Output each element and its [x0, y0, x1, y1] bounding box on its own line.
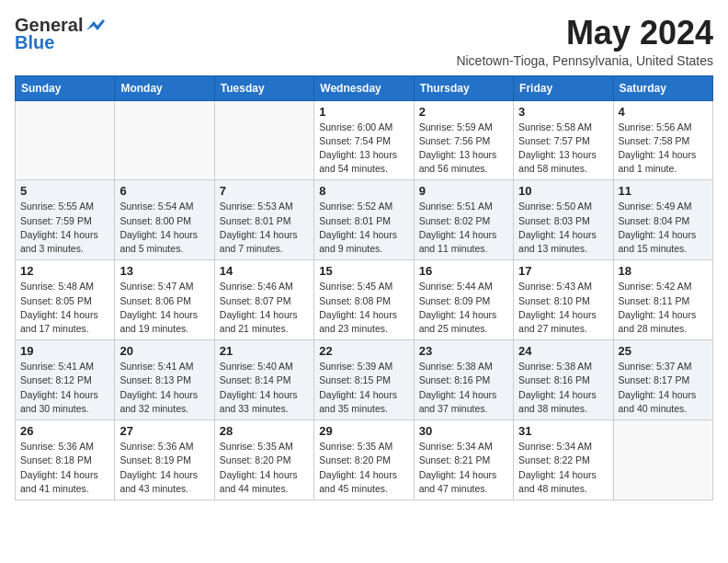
day-info: Sunrise: 5:36 AM Sunset: 8:19 PM Dayligh…: [119, 440, 209, 496]
day-info: Sunrise: 5:35 AM Sunset: 8:20 PM Dayligh…: [319, 440, 408, 496]
day-info: Sunrise: 5:55 AM Sunset: 7:59 PM Dayligh…: [20, 200, 109, 256]
day-number: 16: [419, 264, 508, 278]
calendar-week-row: 5Sunrise: 5:55 AM Sunset: 7:59 PM Daylig…: [16, 180, 713, 260]
header-friday: Friday: [514, 75, 613, 100]
table-row: 7Sunrise: 5:53 AM Sunset: 8:01 PM Daylig…: [214, 180, 313, 260]
day-info: Sunrise: 5:35 AM Sunset: 8:20 PM Dayligh…: [220, 440, 309, 496]
logo: General Blue: [15, 15, 105, 53]
header-sunday: Sunday: [16, 75, 115, 100]
day-number: 9: [419, 184, 508, 198]
day-info: Sunrise: 5:46 AM Sunset: 8:07 PM Dayligh…: [220, 280, 309, 336]
day-number: 4: [619, 105, 708, 119]
day-number: 13: [119, 264, 209, 278]
day-info: Sunrise: 5:38 AM Sunset: 8:16 PM Dayligh…: [419, 360, 508, 416]
day-info: Sunrise: 5:51 AM Sunset: 8:02 PM Dayligh…: [419, 200, 508, 256]
day-info: Sunrise: 5:40 AM Sunset: 8:14 PM Dayligh…: [220, 360, 309, 416]
calendar-week-row: 1Sunrise: 6:00 AM Sunset: 7:54 PM Daylig…: [16, 100, 713, 180]
table-row: [613, 420, 712, 500]
table-row: 19Sunrise: 5:41 AM Sunset: 8:12 PM Dayli…: [16, 340, 115, 420]
table-row: 10Sunrise: 5:50 AM Sunset: 8:03 PM Dayli…: [514, 180, 613, 260]
day-number: 15: [319, 264, 408, 278]
day-info: Sunrise: 5:37 AM Sunset: 8:17 PM Dayligh…: [619, 360, 708, 416]
table-row: [16, 100, 115, 180]
table-row: 21Sunrise: 5:40 AM Sunset: 8:14 PM Dayli…: [214, 340, 313, 420]
table-row: 20Sunrise: 5:41 AM Sunset: 8:13 PM Dayli…: [115, 340, 214, 420]
day-info: Sunrise: 5:47 AM Sunset: 8:06 PM Dayligh…: [119, 280, 209, 336]
day-number: 20: [119, 344, 209, 358]
table-row: 13Sunrise: 5:47 AM Sunset: 8:06 PM Dayli…: [115, 260, 214, 340]
title-area: May 2024 Nicetown-Tioga, Pennsylvania, U…: [456, 15, 713, 68]
table-row: [214, 100, 313, 180]
header-thursday: Thursday: [414, 75, 513, 100]
day-info: Sunrise: 5:56 AM Sunset: 7:58 PM Dayligh…: [619, 121, 708, 177]
table-row: 25Sunrise: 5:37 AM Sunset: 8:17 PM Dayli…: [613, 340, 712, 420]
table-row: 5Sunrise: 5:55 AM Sunset: 7:59 PM Daylig…: [16, 180, 115, 260]
day-info: Sunrise: 5:42 AM Sunset: 8:11 PM Dayligh…: [619, 280, 708, 336]
day-number: 11: [619, 184, 708, 198]
day-number: 14: [220, 264, 309, 278]
day-info: Sunrise: 5:38 AM Sunset: 8:16 PM Dayligh…: [518, 360, 608, 416]
day-info: Sunrise: 5:41 AM Sunset: 8:12 PM Dayligh…: [20, 360, 109, 416]
table-row: 17Sunrise: 5:43 AM Sunset: 8:10 PM Dayli…: [514, 260, 613, 340]
table-row: 16Sunrise: 5:44 AM Sunset: 8:09 PM Dayli…: [414, 260, 513, 340]
day-info: Sunrise: 5:39 AM Sunset: 8:15 PM Dayligh…: [319, 360, 408, 416]
day-number: 3: [518, 105, 608, 119]
table-row: 4Sunrise: 5:56 AM Sunset: 7:58 PM Daylig…: [613, 100, 712, 180]
table-row: 22Sunrise: 5:39 AM Sunset: 8:15 PM Dayli…: [314, 340, 414, 420]
day-number: 31: [518, 424, 608, 438]
day-number: 21: [220, 344, 309, 358]
day-info: Sunrise: 5:43 AM Sunset: 8:10 PM Dayligh…: [518, 280, 608, 336]
day-number: 2: [419, 105, 508, 119]
svg-marker-0: [86, 19, 105, 30]
day-number: 7: [220, 184, 309, 198]
day-info: Sunrise: 5:44 AM Sunset: 8:09 PM Dayligh…: [419, 280, 508, 336]
day-number: 29: [319, 424, 408, 438]
calendar-table: Sunday Monday Tuesday Wednesday Thursday…: [15, 75, 713, 500]
day-number: 30: [419, 424, 508, 438]
day-number: 25: [619, 344, 708, 358]
day-number: 22: [319, 344, 408, 358]
day-number: 10: [518, 184, 608, 198]
table-row: 23Sunrise: 5:38 AM Sunset: 8:16 PM Dayli…: [414, 340, 513, 420]
table-row: 1Sunrise: 6:00 AM Sunset: 7:54 PM Daylig…: [314, 100, 414, 180]
location-text: Nicetown-Tioga, Pennsylvania, United Sta…: [456, 53, 713, 68]
day-number: 24: [518, 344, 608, 358]
calendar-week-row: 19Sunrise: 5:41 AM Sunset: 8:12 PM Dayli…: [16, 340, 713, 420]
day-info: Sunrise: 5:34 AM Sunset: 8:21 PM Dayligh…: [419, 440, 508, 496]
table-row: [115, 100, 214, 180]
header-monday: Monday: [115, 75, 214, 100]
day-number: 6: [119, 184, 209, 198]
calendar-week-row: 26Sunrise: 5:36 AM Sunset: 8:18 PM Dayli…: [16, 420, 713, 500]
day-info: Sunrise: 5:36 AM Sunset: 8:18 PM Dayligh…: [20, 440, 109, 496]
day-info: Sunrise: 5:49 AM Sunset: 8:04 PM Dayligh…: [619, 200, 708, 256]
day-number: 8: [319, 184, 408, 198]
table-row: 18Sunrise: 5:42 AM Sunset: 8:11 PM Dayli…: [613, 260, 712, 340]
table-row: 27Sunrise: 5:36 AM Sunset: 8:19 PM Dayli…: [115, 420, 214, 500]
day-number: 19: [20, 344, 109, 358]
calendar-week-row: 12Sunrise: 5:48 AM Sunset: 8:05 PM Dayli…: [16, 260, 713, 340]
table-row: 29Sunrise: 5:35 AM Sunset: 8:20 PM Dayli…: [314, 420, 414, 500]
table-row: 28Sunrise: 5:35 AM Sunset: 8:20 PM Dayli…: [214, 420, 313, 500]
day-info: Sunrise: 5:50 AM Sunset: 8:03 PM Dayligh…: [518, 200, 608, 256]
month-title: May 2024: [456, 15, 713, 52]
table-row: 24Sunrise: 5:38 AM Sunset: 8:16 PM Dayli…: [514, 340, 613, 420]
day-info: Sunrise: 5:34 AM Sunset: 8:22 PM Dayligh…: [518, 440, 608, 496]
table-row: 2Sunrise: 5:59 AM Sunset: 7:56 PM Daylig…: [414, 100, 513, 180]
page-header: General Blue May 2024 Nicetown-Tioga, Pe…: [15, 15, 713, 68]
table-row: 26Sunrise: 5:36 AM Sunset: 8:18 PM Dayli…: [16, 420, 115, 500]
header-wednesday: Wednesday: [314, 75, 414, 100]
day-info: Sunrise: 5:53 AM Sunset: 8:01 PM Dayligh…: [220, 200, 309, 256]
day-info: Sunrise: 5:48 AM Sunset: 8:05 PM Dayligh…: [20, 280, 109, 336]
header-tuesday: Tuesday: [214, 75, 313, 100]
table-row: 30Sunrise: 5:34 AM Sunset: 8:21 PM Dayli…: [414, 420, 513, 500]
table-row: 6Sunrise: 5:54 AM Sunset: 8:00 PM Daylig…: [115, 180, 214, 260]
day-number: 1: [319, 105, 408, 119]
day-number: 12: [20, 264, 109, 278]
table-row: 3Sunrise: 5:58 AM Sunset: 7:57 PM Daylig…: [514, 100, 613, 180]
day-info: Sunrise: 5:59 AM Sunset: 7:56 PM Dayligh…: [419, 121, 508, 177]
day-info: Sunrise: 6:00 AM Sunset: 7:54 PM Dayligh…: [319, 121, 408, 177]
table-row: 8Sunrise: 5:52 AM Sunset: 8:01 PM Daylig…: [314, 180, 414, 260]
table-row: 14Sunrise: 5:46 AM Sunset: 8:07 PM Dayli…: [214, 260, 313, 340]
logo-blue: Blue: [15, 32, 54, 53]
day-number: 17: [518, 264, 608, 278]
